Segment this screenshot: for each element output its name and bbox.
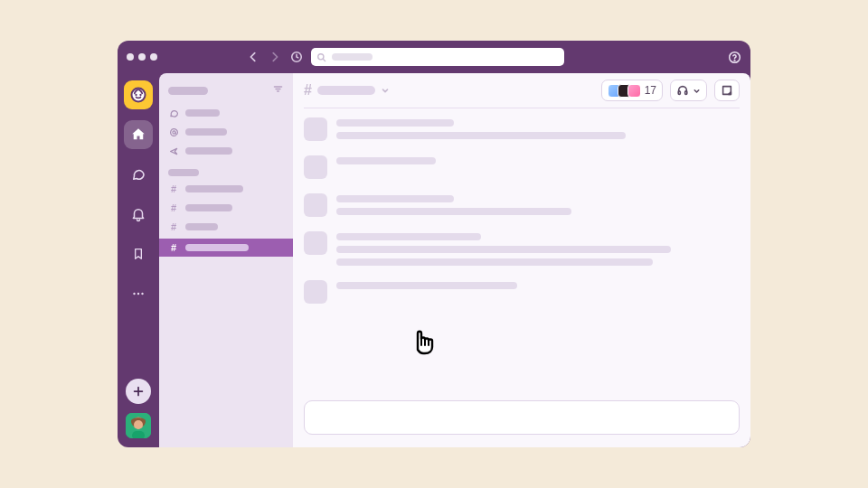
sidebar-channel-item[interactable]: # [159,201,293,215]
sidebar-nav-item[interactable] [159,125,293,139]
sidebar-item-label [185,185,243,192]
sidebar-channel-item[interactable]: # [159,239,293,257]
sidebar-nav-item[interactable] [159,144,293,158]
message-body [336,117,740,141]
message-item[interactable] [304,155,740,179]
window-minimize[interactable] [138,53,146,61]
sidebar-channel-item[interactable]: # [159,182,293,196]
svg-rect-18 [685,91,687,95]
sidebar-nav-item[interactable] [159,106,293,120]
svg-point-10 [141,293,143,295]
rail-saved[interactable] [124,239,153,268]
message-item[interactable] [304,193,740,217]
sidebar-item-label [185,147,232,155]
rail-dms[interactable] [124,160,153,189]
chat-icon [130,166,146,183]
sidebar-channel-item[interactable]: # [159,220,293,234]
history-button[interactable] [289,50,304,64]
home-icon [130,127,146,143]
message-avatar [304,231,327,255]
hash-icon: # [168,202,179,213]
svg-rect-17 [678,91,680,95]
message-item[interactable] [304,231,740,266]
svg-point-3 [734,60,735,61]
sidebar-item-label [185,109,220,117]
hash-icon: # [168,183,179,194]
member-avatars [608,84,641,98]
text-placeholder [336,157,436,164]
svg-point-8 [133,293,135,295]
chevron-down-icon [693,87,701,95]
canvas-button[interactable] [714,80,740,101]
sidebar-nav-list [159,106,293,158]
canvas-icon [721,84,733,97]
titlebar [118,41,750,73]
workspace-icon [129,86,147,104]
sidebar-item-label [185,244,249,251]
channel-name[interactable] [317,86,375,95]
rail-more[interactable] [124,279,153,308]
text-placeholder [336,195,454,202]
hash-icon: # [304,82,312,99]
sidebar-item-label [185,204,232,211]
message-body [336,231,740,266]
filter-button[interactable] [272,82,284,99]
svg-point-9 [137,293,139,295]
text-placeholder [336,233,481,240]
message-avatar [304,193,327,217]
message-body [336,155,740,179]
filter-icon [272,83,284,95]
workspace-switcher[interactable] [124,80,153,109]
sidebar-header[interactable] [159,80,293,106]
text-placeholder [336,119,454,127]
mention-icon [168,127,179,137]
message-avatar [304,155,327,179]
channel-header: # 17 [293,73,750,108]
app-window: #### # 17 [118,41,750,447]
message-item[interactable] [304,280,740,304]
message-body [336,193,740,217]
bookmark-icon [131,246,146,262]
user-avatar[interactable] [126,413,151,438]
rail-home[interactable] [124,120,153,149]
sidebar: #### [159,73,293,447]
text-placeholder [336,282,517,289]
window-controls [127,53,157,61]
forward-button[interactable] [268,50,282,64]
create-button[interactable] [126,379,151,404]
message-list[interactable] [293,112,750,391]
window-zoom[interactable] [150,53,157,61]
channels-section-label[interactable] [159,167,293,178]
message-avatar [304,117,327,141]
help-button[interactable] [727,50,741,64]
members-button[interactable]: 17 [601,80,663,101]
send-icon [168,146,179,156]
message-composer[interactable] [304,400,740,435]
headphones-icon [676,84,689,97]
message-avatar [304,280,327,304]
svg-point-13 [134,420,143,429]
avatar-icon [126,413,151,438]
back-button[interactable] [246,50,260,64]
rail-activity[interactable] [124,200,153,229]
search-input[interactable] [311,48,564,66]
message-icon [168,108,179,118]
plus-icon [132,385,145,398]
sidebar-item-label [185,223,218,230]
bell-icon [130,206,146,222]
svg-point-6 [135,94,137,96]
svg-rect-15 [132,431,145,438]
search-placeholder [332,53,373,61]
huddle-button[interactable] [670,80,707,101]
sidebar-item-label [185,128,227,136]
text-placeholder [336,258,653,266]
svg-point-1 [318,53,324,59]
hash-icon: # [168,242,179,253]
sidebar-channel-list: #### [159,182,293,257]
text-placeholder [336,208,571,215]
svg-point-7 [139,94,141,96]
text-placeholder [336,246,671,253]
channel-menu-caret[interactable] [381,82,390,99]
window-close[interactable] [127,53,134,61]
message-item[interactable] [304,117,740,141]
